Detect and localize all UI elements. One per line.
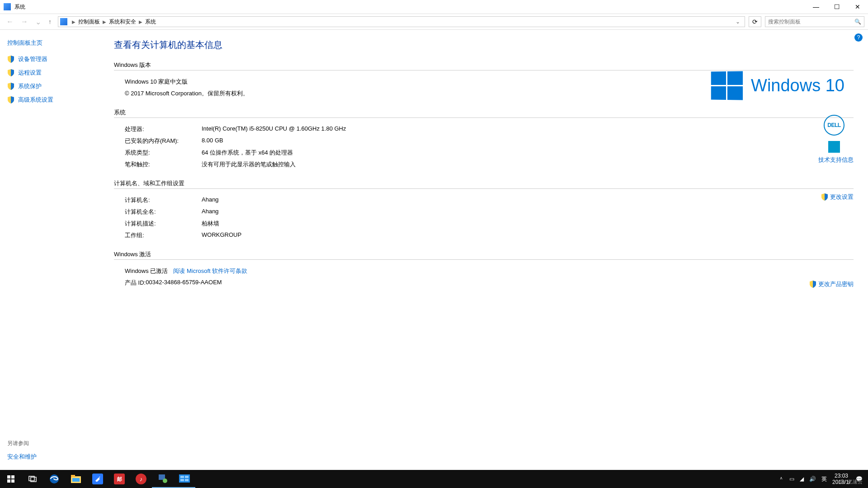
- svg-rect-1: [11, 475, 14, 479]
- shield-icon: [7, 96, 14, 103]
- sidebar-item-advanced[interactable]: 高级系统设置: [7, 96, 92, 104]
- taskbar: 邮 ♪ ＾ ▭ ◢ 🔊 英 23:03 2018/1/ 💬: [0, 470, 868, 488]
- sidebar-item-label: 高级系统设置: [18, 96, 53, 104]
- main-panel: 查看有关计算机的基本信息 Windows 版本 Windows 10 家庭中文版…: [99, 30, 868, 470]
- taskbar-mail-icon[interactable]: 邮: [108, 470, 130, 488]
- change-product-key-link[interactable]: 更改产品密钥: [809, 280, 854, 288]
- tray-wifi-icon[interactable]: ◢: [800, 476, 804, 482]
- window-icon: [4, 3, 11, 10]
- svg-rect-13: [180, 476, 184, 478]
- copyright-row: © 2017 Microsoft Corporation。保留所有权利。: [114, 88, 249, 99]
- minimize-button[interactable]: —: [806, 0, 826, 14]
- recent-dropdown[interactable]: ⌄: [33, 16, 44, 28]
- section-header: Windows 激活: [114, 250, 854, 260]
- taskbar-app2-icon[interactable]: [152, 470, 174, 488]
- shield-icon: [821, 193, 828, 201]
- search-box[interactable]: 🔍: [765, 16, 864, 27]
- task-view-button[interactable]: [22, 470, 43, 488]
- navigation-bar: ← → ⌄ ↑ ▶ 控制面板 ▶ 系统和安全 ▶ 系统 ⌄ ⟳ 🔍: [0, 14, 868, 30]
- sidebar-item-protection[interactable]: 系统保护: [7, 82, 92, 90]
- section-activation: Windows 激活 Windows 已激活 阅读 Microsoft 软件许可…: [114, 250, 854, 289]
- breadcrumb: ▶ 控制面板 ▶ 系统和安全 ▶ 系统: [70, 18, 733, 26]
- tray-battery-icon[interactable]: ▭: [789, 476, 794, 482]
- start-button[interactable]: [0, 470, 22, 488]
- sidebar-home-link[interactable]: 控制面板主页: [7, 39, 92, 47]
- cloud-icon: [838, 479, 846, 485]
- refresh-button[interactable]: ⟳: [749, 16, 761, 27]
- license-terms-link[interactable]: 阅读 Microsoft 软件许可条款: [173, 267, 247, 275]
- content-area: ? 控制面板主页 设备管理器 远程设置 系统保护 高级系统设置 另请参阅 安全和…: [0, 30, 868, 470]
- breadcrumb-sep[interactable]: ▶: [137, 19, 144, 24]
- support-link[interactable]: 技术支持信息: [818, 156, 854, 164]
- energy-star-icon: [828, 141, 840, 153]
- search-input[interactable]: [768, 19, 854, 25]
- pen-touch-row: 笔和触控:没有可用于此显示器的笔或触控输入: [114, 159, 854, 170]
- title-bar: 系统 — ☐ ✕: [0, 0, 868, 14]
- taskbar-explorer-icon[interactable]: [65, 470, 87, 488]
- shield-icon: [7, 56, 14, 63]
- taskbar-control-panel-icon[interactable]: [174, 470, 195, 488]
- maximize-button[interactable]: ☐: [826, 0, 847, 14]
- section-computer-name: 计算机名、域和工作组设置 更改设置 计算机名:Ahang 计算机全名:Ahang…: [114, 179, 854, 241]
- computer-name-row: 计算机名:Ahang: [114, 194, 854, 206]
- breadcrumb-item[interactable]: 系统和安全: [109, 18, 136, 26]
- taskbar-app-icon[interactable]: [87, 470, 108, 488]
- sidebar-item-device-manager[interactable]: 设备管理器: [7, 55, 92, 63]
- windows-logo-text: Windows 10: [751, 76, 844, 95]
- watermark: 亿速云: [838, 479, 863, 485]
- breadcrumb-sep[interactable]: ▶: [70, 19, 77, 24]
- tray-chevron-icon[interactable]: ＾: [778, 475, 784, 483]
- breadcrumb-item[interactable]: 控制面板: [78, 18, 100, 26]
- back-button[interactable]: ←: [4, 16, 16, 28]
- address-icon: [60, 18, 67, 25]
- address-dropdown[interactable]: ⌄: [733, 19, 743, 25]
- sidebar-item-remote[interactable]: 远程设置: [7, 69, 92, 77]
- svg-rect-16: [185, 479, 189, 481]
- edition-row: Windows 10 家庭中文版: [114, 76, 249, 88]
- workgroup-row: 工作组:WORKGROUP: [114, 230, 854, 241]
- svg-rect-14: [185, 476, 189, 478]
- tray-ime-indicator[interactable]: 英: [821, 475, 827, 483]
- svg-rect-2: [7, 479, 10, 483]
- window-controls: — ☐ ✕: [806, 0, 868, 14]
- svg-rect-8: [71, 475, 75, 477]
- sidebar-footer: 另请参阅 安全和维护: [7, 440, 37, 461]
- svg-rect-15: [180, 479, 184, 481]
- windows-logo: Windows 10: [711, 71, 844, 100]
- system-type-row: 系统类型:64 位操作系统，基于 x64 的处理器: [114, 147, 854, 159]
- svg-rect-3: [11, 479, 14, 483]
- svg-rect-0: [7, 475, 10, 479]
- taskbar-music-icon[interactable]: ♪: [130, 470, 152, 488]
- see-also-link[interactable]: 安全和维护: [7, 453, 37, 461]
- change-settings-link[interactable]: 更改设置: [821, 193, 854, 201]
- section-system: 系统 处理器:Intel(R) Core(TM) i5-8250U CPU @ …: [114, 108, 854, 170]
- search-icon[interactable]: 🔍: [854, 19, 861, 25]
- windows-logo-icon: [711, 71, 743, 100]
- dell-logo: DELL: [824, 115, 844, 136]
- computer-fullname-row: 计算机全名:Ahang: [114, 206, 854, 218]
- close-button[interactable]: ✕: [847, 0, 868, 14]
- computer-desc-row: 计算机描述:柏林墙: [114, 218, 854, 230]
- forward-button[interactable]: →: [18, 16, 31, 28]
- breadcrumb-item[interactable]: 系统: [145, 18, 156, 26]
- product-id-row: 产品 ID: 00342-34868-65759-AAOEM: [114, 277, 854, 289]
- processor-row: 处理器:Intel(R) Core(TM) i5-8250U CPU @ 1.6…: [114, 123, 854, 135]
- svg-rect-12: [179, 474, 190, 483]
- section-header: Windows 版本: [114, 61, 854, 70]
- see-also-title: 另请参阅: [7, 440, 37, 447]
- page-title: 查看有关计算机的基本信息: [114, 39, 854, 51]
- breadcrumb-sep[interactable]: ▶: [101, 19, 108, 24]
- sidebar-item-label: 系统保护: [18, 82, 42, 90]
- sidebar-item-label: 远程设置: [18, 69, 42, 77]
- section-header: 计算机名、域和工作组设置: [114, 179, 854, 189]
- ram-row: 已安装的内存(RAM):8.00 GB: [114, 135, 854, 147]
- address-bar[interactable]: ▶ 控制面板 ▶ 系统和安全 ▶ 系统 ⌄: [58, 16, 745, 27]
- section-header: 系统: [114, 108, 854, 118]
- tray-volume-icon[interactable]: 🔊: [809, 476, 816, 482]
- shield-icon: [7, 69, 14, 76]
- window-title: 系统: [14, 3, 806, 11]
- up-button[interactable]: ↑: [46, 16, 54, 27]
- svg-rect-9: [72, 478, 80, 482]
- taskbar-edge-icon[interactable]: [43, 470, 65, 488]
- sidebar-item-label: 设备管理器: [18, 55, 47, 63]
